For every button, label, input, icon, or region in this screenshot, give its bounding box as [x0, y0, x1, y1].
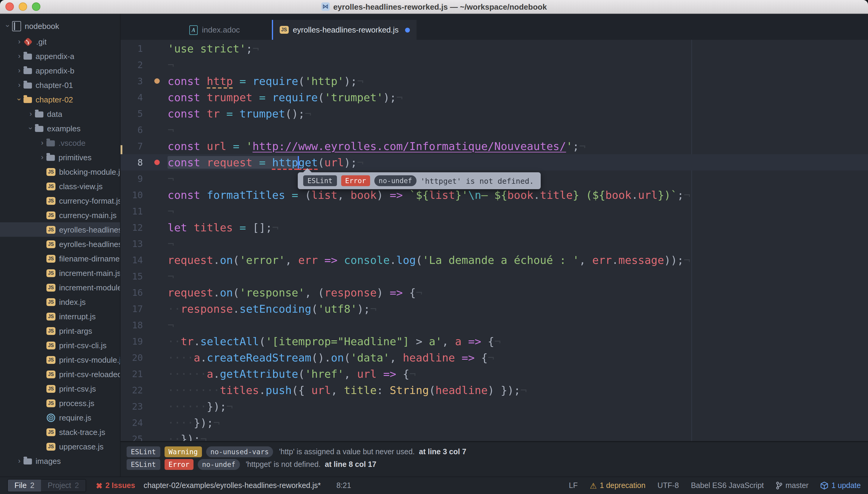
line-number[interactable]: 23 [121, 401, 143, 412]
tooltip-rule-badge[interactable]: no-undef [374, 175, 416, 186]
tree-item-appendix-a[interactable]: ›appendix-a [0, 49, 120, 63]
tree-item-primitives[interactable]: ›primitives [0, 150, 120, 165]
line-ending-indicator[interactable]: LF [569, 481, 578, 490]
linter-row[interactable]: ESLint Error no-undef 'httpget' is not d… [127, 458, 868, 471]
code-line-7[interactable]: 7const url = 'http://www.eyrolles.com/In… [121, 138, 868, 154]
tree-item-stack-trace-js[interactable]: ›JSstack-trace.js [0, 425, 120, 439]
code-line-1[interactable]: 1'use strict';¬ [121, 40, 868, 57]
code-line-11[interactable]: 11¬ [121, 203, 868, 219]
line-number[interactable]: 11 [121, 206, 143, 216]
tree-item-data[interactable]: ›data [0, 107, 120, 121]
code-line-5[interactable]: 5const tr = trumpet();¬ [121, 106, 868, 122]
line-number[interactable]: 16 [121, 287, 143, 298]
code-line-3[interactable]: 3const http = require('http');¬ [121, 73, 868, 89]
linter-rule-badge[interactable]: no-unused-vars [206, 446, 273, 457]
line-number[interactable]: 19 [121, 336, 143, 347]
package-updates-indicator[interactable]: 1 update [821, 481, 861, 490]
code-line-25[interactable]: 25··});¬ [121, 431, 868, 441]
code-line-17[interactable]: 17··response.setEncoding('utf8');¬ [121, 301, 868, 317]
line-number[interactable]: 15 [121, 271, 143, 282]
cursor-position[interactable]: 8:21 [336, 481, 351, 490]
git-branch-indicator[interactable]: master [776, 481, 808, 490]
code-line-4[interactable]: 4const trumpet = require('trumpet');¬ [121, 89, 868, 106]
line-number[interactable]: 21 [121, 368, 143, 379]
line-number[interactable]: 3 [121, 76, 143, 87]
line-number[interactable]: 14 [121, 254, 143, 265]
line-number[interactable]: 24 [121, 417, 143, 428]
chevron-right-icon[interactable]: › [26, 110, 35, 118]
tree-item-increment-main-js[interactable]: ›JSincrement-main.js [0, 266, 120, 280]
encoding-indicator[interactable]: UTF-8 [658, 481, 679, 490]
code-line-15[interactable]: 15¬ [121, 268, 868, 284]
code-line-18[interactable]: 18¬ [121, 317, 868, 333]
linter-location[interactable]: at line 8 col 17 [325, 460, 376, 469]
code-line-13[interactable]: 13¬ [121, 235, 868, 252]
line-number[interactable]: 7 [121, 141, 143, 152]
line-number[interactable]: 22 [121, 385, 143, 396]
tree-item--vscode[interactable]: ›.vscode [0, 136, 120, 150]
line-number[interactable]: 5 [121, 108, 143, 119]
tree-item-print-csv-js[interactable]: ›JSprint-csv.js [0, 381, 120, 396]
tree-item-currency-format-js[interactable]: ›JScurrency-format.js [0, 193, 120, 208]
chevron-right-icon[interactable]: › [15, 37, 23, 46]
tree-item-process-js[interactable]: ›JSprocess.js [0, 396, 120, 410]
line-number[interactable]: 18 [121, 320, 143, 330]
chevron-right-icon[interactable]: › [38, 138, 47, 147]
text-editor[interactable]: 1'use strict';¬2¬3const http = require('… [121, 40, 868, 441]
line-number[interactable]: 1 [121, 43, 143, 54]
code-line-19[interactable]: 19··tr.selectAll('[itemprop="Headline"] … [121, 333, 868, 349]
tree-item-uppercase-js[interactable]: ›JSuppercase.js [0, 439, 120, 454]
code-line-8[interactable]: 8const request = httpget(url);¬ [121, 154, 868, 170]
grammar-indicator[interactable]: Babel ES6 JavaScript [691, 481, 764, 490]
close-button[interactable] [5, 2, 14, 11]
linter-location[interactable]: at line 3 col 7 [419, 447, 466, 456]
code-line-10[interactable]: 10const formatTitles = (list, book) => `… [121, 187, 868, 203]
linter-rule-badge[interactable]: no-undef [198, 459, 240, 470]
code-line-23[interactable]: 23······});¬ [121, 398, 868, 415]
tree-item-print-csv-module-js[interactable]: ›JSprint-csv-module.js [0, 353, 120, 367]
line-number[interactable]: 8 [121, 157, 143, 168]
code-line-16[interactable]: 16request.on('response', (response) => {… [121, 284, 868, 301]
issues-indicator[interactable]: ✖ 2 Issues [96, 481, 135, 490]
chevron-right-icon[interactable]: › [15, 457, 23, 465]
deprecation-indicator[interactable]: ⚠ 1 deprecation [590, 481, 646, 490]
chevron-down-icon[interactable]: › [4, 22, 12, 30]
file-path[interactable]: chapter-02/examples/eyrolles-headlines-r… [144, 481, 321, 490]
tab-index-adoc[interactable]: A index.adoc [157, 20, 272, 40]
line-number[interactable]: 13 [121, 238, 143, 249]
tree-item-images[interactable]: ›images [0, 454, 120, 468]
line-number[interactable]: 6 [121, 125, 143, 135]
line-number[interactable]: 17 [121, 303, 143, 314]
tree-item-require-js[interactable]: ›require.js [0, 410, 120, 425]
linter-scope-project-button[interactable]: Project 2 [41, 479, 86, 492]
tree-item-chapter-01[interactable]: ›chapter-01 [0, 78, 120, 92]
line-number[interactable]: 20 [121, 352, 143, 363]
line-number[interactable]: 25 [121, 434, 143, 441]
tree-item-eyrolles-headlines-js[interactable]: ›JSeyrolles-headlines.js [0, 237, 120, 251]
tree-item-blocking-module-js[interactable]: ›JSblocking-module.js [0, 165, 120, 179]
tree-item-print-csv-cli-js[interactable]: ›JSprint-csv-cli.js [0, 338, 120, 353]
code-line-21[interactable]: 21······a.getAttribute('href', url => {¬ [121, 366, 868, 382]
code-line-2[interactable]: 2¬ [121, 57, 868, 73]
chevron-right-icon[interactable]: › [15, 81, 23, 89]
code-line-6[interactable]: 6¬ [121, 122, 868, 138]
tree-item-filename-dirname-js[interactable]: ›JSfilename-dirname.js [0, 251, 120, 266]
chevron-right-icon[interactable]: › [15, 52, 23, 60]
minimize-button[interactable] [19, 2, 27, 11]
linter-row[interactable]: ESLint Warning no-unused-vars 'http' is … [127, 445, 868, 458]
tree-item-increment-module-js[interactable]: ›JSincrement-module.js [0, 280, 120, 294]
code-line-20[interactable]: 20····a.createReadStream().on('data', he… [121, 349, 868, 366]
code-line-24[interactable]: 24····});¬ [121, 415, 868, 431]
tree-item-currency-main-js[interactable]: ›JScurrency-main.js [0, 208, 120, 222]
tree-item-interrupt-js[interactable]: ›JSinterrupt.js [0, 309, 120, 324]
tree-item-nodebook[interactable]: ›nodebook [0, 17, 120, 34]
chevron-right-icon[interactable]: › [38, 153, 47, 162]
tree-item-print-args[interactable]: ›JSprint-args [0, 324, 120, 338]
tree-item-eyrolles-headlines-reworked-js[interactable]: ›JSeyrolles-headlines-reworked.js [0, 222, 120, 237]
tree-item-chapter-02[interactable]: ›chapter-02 [0, 92, 120, 107]
code-line-12[interactable]: 12let titles = [];¬ [121, 219, 868, 235]
tree-item--git[interactable]: ›.git [0, 34, 120, 49]
tree-item-index-js[interactable]: ›JSindex.js [0, 294, 120, 309]
tree-item-print-csv-reloaded-js[interactable]: ›JSprint-csv-reloaded.js [0, 367, 120, 381]
line-number[interactable]: 10 [121, 189, 143, 200]
